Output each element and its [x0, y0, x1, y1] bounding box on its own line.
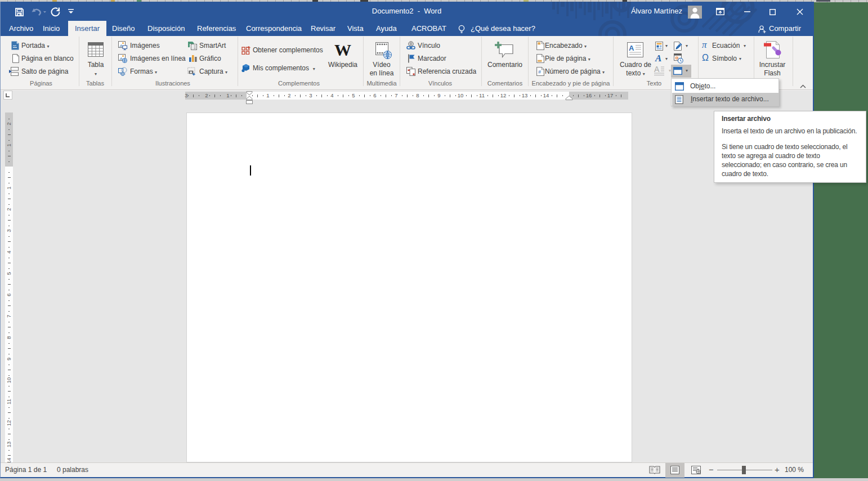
svg-text:#: # — [538, 69, 541, 75]
svg-text:A: A — [629, 44, 634, 52]
